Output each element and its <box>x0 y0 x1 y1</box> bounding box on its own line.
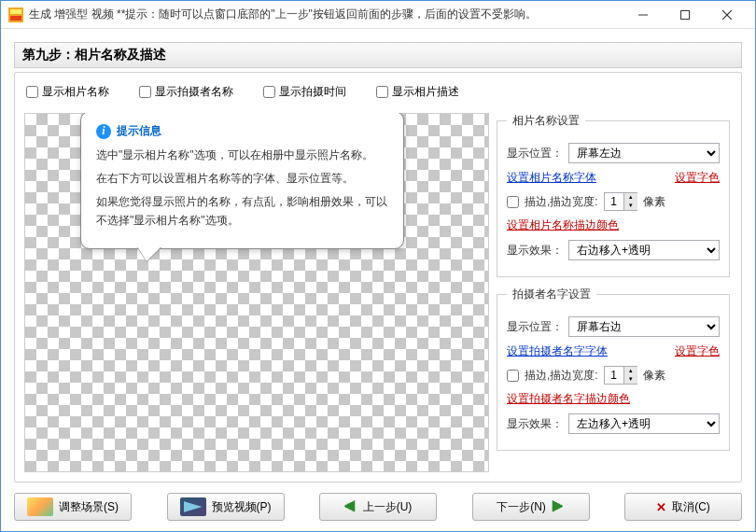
photo-name-settings-group: 相片名称设置 显示位置： 屏幕左边 设置相片名称字体 设置字色 描边,描边宽度: <box>497 113 730 277</box>
arrow-left-icon: ⯇ <box>344 499 357 514</box>
minimize-button[interactable] <box>622 2 664 28</box>
titlebar-text: 生成 增强型 视频 **提示：随时可以点窗口底部的"上一步"按钮返回前面的步骤，… <box>29 7 622 22</box>
spin-up[interactable]: ▲ <box>624 193 637 202</box>
scene-icon <box>27 497 53 516</box>
show-time-label: 显示拍摄时间 <box>279 84 346 100</box>
show-author-checkbox[interactable]: 显示拍摄者名称 <box>139 84 233 100</box>
scene-btn-label: 调整场景(S) <box>59 499 119 515</box>
author-border-unit: 像素 <box>643 368 665 384</box>
preview-btn-label: 预览视频(P) <box>212 499 272 515</box>
prev-step-button[interactable]: ⯇ 上一步(U) <box>319 493 437 521</box>
name-border-width-spinner[interactable]: ▲▼ <box>604 192 637 211</box>
show-photo-name-box[interactable] <box>26 86 38 98</box>
author-color-link[interactable]: 设置字色 <box>675 343 720 359</box>
author-legend: 拍摄者名字设置 <box>507 287 596 302</box>
content-row: i 提示信息 选中"显示相片名称"选项，可以在相册中显示照片名称。 在右下方可以… <box>24 113 732 472</box>
info-icon: i <box>96 124 111 139</box>
step-header: 第九步：相片名称及描述 <box>14 42 742 68</box>
cancel-btn-label: 取消(C) <box>672 499 710 515</box>
spin-up[interactable]: ▲ <box>624 367 637 375</box>
show-desc-label: 显示相片描述 <box>392 84 459 100</box>
name-effect-select[interactable]: 右边移入+透明 <box>568 240 720 260</box>
spin-down[interactable]: ▼ <box>624 375 637 384</box>
maximize-button[interactable] <box>664 2 706 28</box>
author-border-width-input[interactable] <box>605 369 623 382</box>
tooltip-line-3: 如果您觉得显示照片的名称，有点乱，影响相册效果，可以不选择"显示相片名称"选项。 <box>96 193 388 229</box>
name-border-color-link[interactable]: 设置相片名称描边颜色 <box>507 217 619 233</box>
name-border-width-input[interactable] <box>605 195 623 208</box>
show-author-box[interactable] <box>139 86 151 98</box>
close-button[interactable] <box>706 2 748 28</box>
preview-video-button[interactable]: 预览视频(P) <box>167 493 285 521</box>
settings-column: 相片名称设置 显示位置： 屏幕左边 设置相片名称字体 设置字色 描边,描边宽度: <box>497 113 732 472</box>
author-border-width-spinner[interactable]: ▲▼ <box>604 366 637 385</box>
preview-column: i 提示信息 选中"显示相片名称"选项，可以在相册中显示照片名称。 在右下方可以… <box>24 113 489 472</box>
tooltip-title-text: 提示信息 <box>117 123 161 139</box>
titlebar: 生成 增强型 视频 **提示：随时可以点窗口底部的"上一步"按钮返回前面的步骤，… <box>1 1 755 29</box>
next-btn-label: 下一步(N) <box>497 499 546 515</box>
show-time-box[interactable] <box>263 86 275 98</box>
svg-rect-2 <box>10 16 21 21</box>
name-border-checkbox[interactable] <box>507 196 519 208</box>
name-border-label: 描边,描边宽度: <box>525 194 598 210</box>
author-border-label: 描边,描边宽度: <box>525 368 598 384</box>
adjust-scene-button[interactable]: 调整场景(S) <box>14 493 132 521</box>
footer-bar: 调整场景(S) 预览视频(P) ⯇ 上一步(U) 下一步(N) ⯈ ✕ 取消(C… <box>1 483 755 531</box>
app-window: 生成 增强型 视频 **提示：随时可以点窗口底部的"上一步"按钮返回前面的步骤，… <box>0 0 756 532</box>
tooltip-bubble: i 提示信息 选中"显示相片名称"选项，可以在相册中显示照片名称。 在右下方可以… <box>80 113 404 249</box>
name-pos-select[interactable]: 屏幕左边 <box>568 143 720 163</box>
show-photo-name-label: 显示相片名称 <box>42 84 109 100</box>
cancel-button[interactable]: ✕ 取消(C) <box>624 493 742 521</box>
tooltip-line-2: 在右下方可以设置相片名称等的字体、显示位置等。 <box>96 170 388 188</box>
author-border-color-link[interactable]: 设置拍摄者名字描边颜色 <box>507 391 630 407</box>
app-icon <box>8 7 23 22</box>
author-pos-select[interactable]: 屏幕右边 <box>568 316 720 337</box>
preview-icon <box>180 497 206 516</box>
photo-name-legend: 相片名称设置 <box>507 113 585 129</box>
author-border-checkbox[interactable] <box>507 370 519 382</box>
options-groupbox: 显示相片名称 显示拍摄者名称 显示拍摄时间 显示相片描述 i 提示信息 选中"显… <box>14 72 742 483</box>
spin-down[interactable]: ▼ <box>624 202 637 210</box>
prev-btn-label: 上一步(U) <box>363 499 413 515</box>
svg-rect-1 <box>10 9 21 14</box>
checkbox-row: 显示相片名称 显示拍摄者名称 显示拍摄时间 显示相片描述 <box>24 82 732 105</box>
main-area: 显示相片名称 显示拍摄者名称 显示拍摄时间 显示相片描述 i 提示信息 选中"显… <box>1 72 755 483</box>
show-photo-name-checkbox[interactable]: 显示相片名称 <box>26 84 109 100</box>
tooltip-title: i 提示信息 <box>96 123 388 139</box>
name-pos-label: 显示位置： <box>507 146 563 161</box>
name-effect-label: 显示效果： <box>507 243 563 259</box>
name-color-link[interactable]: 设置字色 <box>675 170 720 186</box>
tooltip-line-1: 选中"显示相片名称"选项，可以在相册中显示照片名称。 <box>96 147 388 164</box>
svg-rect-4 <box>680 10 689 19</box>
author-effect-label: 显示效果： <box>507 416 563 432</box>
show-time-checkbox[interactable]: 显示拍摄时间 <box>263 84 346 100</box>
name-border-unit: 像素 <box>643 194 665 210</box>
window-controls <box>622 2 748 28</box>
show-desc-checkbox[interactable]: 显示相片描述 <box>376 84 459 100</box>
author-font-link[interactable]: 设置拍摄者名字字体 <box>507 343 608 359</box>
author-effect-select[interactable]: 左边移入+透明 <box>568 413 720 434</box>
show-desc-box[interactable] <box>376 86 388 98</box>
cancel-icon: ✕ <box>656 500 666 514</box>
name-font-link[interactable]: 设置相片名称字体 <box>507 170 596 186</box>
author-settings-group: 拍摄者名字设置 显示位置： 屏幕右边 设置拍摄者名字字体 设置字色 描边,描边宽… <box>497 287 730 451</box>
arrow-right-icon: ⯈ <box>552 499 565 514</box>
show-author-label: 显示拍摄者名称 <box>155 84 233 100</box>
next-step-button[interactable]: 下一步(N) ⯈ <box>472 493 590 521</box>
author-pos-label: 显示位置： <box>507 319 563 335</box>
